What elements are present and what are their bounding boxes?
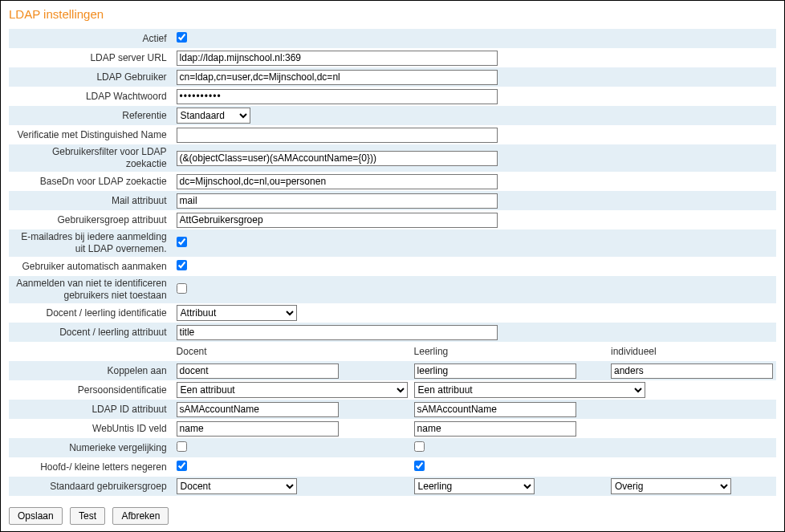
ident-attr-label: Docent / leerling attribuut bbox=[9, 323, 173, 342]
deny-unident-checkbox[interactable] bbox=[177, 283, 187, 294]
ignore-case-label: Hoofd-/ kleine letters negeren bbox=[9, 457, 173, 477]
webuntis-id-student-input[interactable] bbox=[414, 421, 576, 437]
ldap-password-label: LDAP Wachtwoord bbox=[9, 87, 173, 106]
active-checkbox[interactable] bbox=[177, 32, 187, 43]
col-teacher-header: Docent bbox=[173, 342, 411, 361]
base-dn-label: BaseDn voor LDAP zoekactie bbox=[9, 172, 173, 191]
page-title: LDAP instellingen bbox=[9, 7, 776, 21]
default-group-student-select[interactable]: Leerling bbox=[414, 478, 535, 494]
id-attr-teacher-input[interactable] bbox=[177, 402, 339, 417]
auto-create-checkbox[interactable] bbox=[177, 260, 187, 270]
link-individual-input[interactable] bbox=[611, 363, 773, 379]
server-url-label: LDAP server URL bbox=[9, 48, 173, 67]
take-email-checkbox[interactable] bbox=[177, 237, 187, 247]
reference-select[interactable]: Standaard bbox=[177, 108, 250, 124]
group-attr-input[interactable] bbox=[177, 213, 498, 228]
ident-attr-input[interactable] bbox=[177, 325, 498, 340]
ignore-case-teacher-checkbox[interactable] bbox=[177, 461, 187, 471]
take-email-label: E-mailadres bij iedere aanmelding uit LD… bbox=[9, 229, 173, 257]
ident-kind-select[interactable]: Attribuut bbox=[177, 305, 297, 321]
ldap-user-input[interactable] bbox=[177, 70, 498, 85]
base-dn-input[interactable] bbox=[177, 174, 498, 189]
ldap-password-input[interactable] bbox=[177, 89, 498, 104]
link-to-label: Koppelen aan bbox=[9, 361, 173, 380]
default-group-label: Standaard gebruikersgroep bbox=[9, 477, 173, 496]
col-individual-header: individueel bbox=[608, 342, 776, 361]
col-student-header: Leerling bbox=[411, 342, 608, 361]
numeric-cmp-label: Numerieke vergelijking bbox=[9, 438, 173, 457]
id-attr-label: LDAP ID attribuut bbox=[9, 400, 173, 419]
user-filter-label: Gebruikersfilter voor LDAP zoekactie bbox=[9, 144, 173, 172]
ident-kind-label: Docent / leerling identificatie bbox=[9, 303, 173, 323]
auto-create-label: Gebruiker automatisch aanmaken bbox=[9, 257, 173, 276]
numeric-teacher-checkbox[interactable] bbox=[177, 441, 187, 452]
webuntis-id-teacher-input[interactable] bbox=[177, 421, 339, 437]
webuntis-id-label: WebUntis ID veld bbox=[9, 419, 173, 438]
verify-dn-label: Verificatie met Distinguished Name bbox=[9, 125, 173, 144]
link-teacher-input[interactable] bbox=[177, 363, 339, 379]
test-button[interactable]: Test bbox=[70, 507, 105, 525]
deny-unident-label: Aanmelden van niet te identificeren gebr… bbox=[9, 276, 173, 303]
id-attr-student-input[interactable] bbox=[414, 402, 576, 417]
active-label: Actief bbox=[9, 29, 173, 48]
person-ident-teacher-select[interactable]: Een attribuut bbox=[177, 382, 408, 398]
user-filter-input[interactable] bbox=[177, 151, 498, 166]
default-group-individual-select[interactable]: Overig bbox=[611, 478, 731, 494]
person-ident-label: Persoonsidentificatie bbox=[9, 380, 173, 400]
reference-label: Referentie bbox=[9, 106, 173, 125]
group-attr-label: Gebruikersgroep attribuut bbox=[9, 210, 173, 229]
ldap-user-label: LDAP Gebruiker bbox=[9, 67, 173, 87]
numeric-student-checkbox[interactable] bbox=[414, 441, 425, 452]
mail-attr-label: Mail attribuut bbox=[9, 191, 173, 210]
save-button[interactable]: Opslaan bbox=[9, 507, 63, 525]
mail-attr-input[interactable] bbox=[177, 193, 498, 209]
person-ident-student-select[interactable]: Een attribuut bbox=[414, 382, 645, 398]
link-student-input[interactable] bbox=[414, 363, 576, 379]
cancel-button[interactable]: Afbreken bbox=[112, 507, 169, 525]
verify-dn-input[interactable] bbox=[177, 128, 498, 143]
server-url-input[interactable] bbox=[177, 51, 498, 66]
ignore-case-student-checkbox[interactable] bbox=[414, 461, 425, 471]
default-group-teacher-select[interactable]: Docent bbox=[177, 478, 297, 494]
